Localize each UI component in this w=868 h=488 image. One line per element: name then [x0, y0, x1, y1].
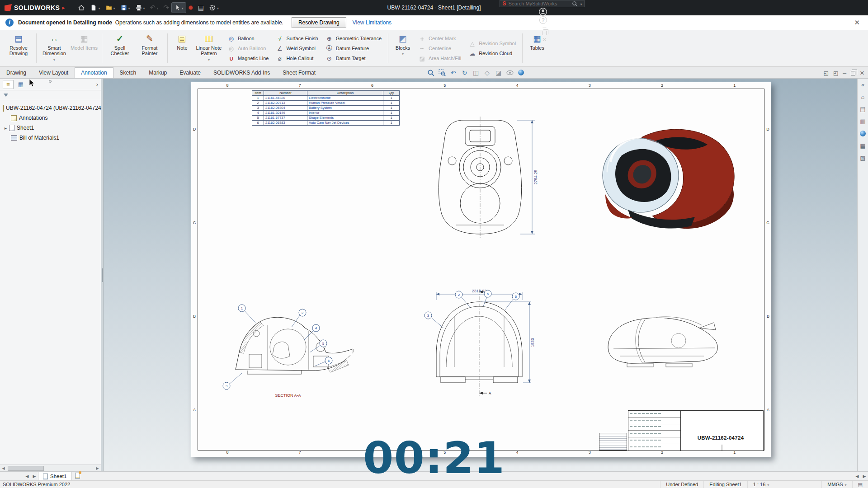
- ribbon-hole-callout-button[interactable]: Hole Callout: [274, 54, 320, 63]
- print-dropdown-icon[interactable]: [143, 5, 145, 11]
- bom-row[interactable]: 121161-46320Electrochrome1: [252, 96, 400, 101]
- options-button[interactable]: [207, 3, 221, 13]
- balloon-label[interactable]: 3: [427, 314, 429, 318]
- solidworks-resources-icon[interactable]: [859, 93, 867, 101]
- ribbon-weld-symbol-button[interactable]: Weld Symbol: [274, 44, 320, 53]
- ribbon-area-hatch-button[interactable]: Area Hatch/Fill: [416, 54, 463, 63]
- blocks-dropdown-icon[interactable]: [402, 51, 404, 56]
- balloon-label[interactable]: 2: [302, 311, 304, 315]
- new-document-button[interactable]: [88, 3, 102, 13]
- search-input[interactable]: [509, 1, 570, 6]
- dimension-front-view-height[interactable]: 1530: [530, 338, 535, 347]
- ribbon-blocks-button[interactable]: Blocks: [391, 32, 415, 65]
- print-button[interactable]: [133, 3, 147, 13]
- view-palette-icon[interactable]: [859, 129, 867, 137]
- balloon-label[interactable]: 1: [241, 306, 243, 310]
- banner-close-icon[interactable]: [851, 19, 863, 27]
- hide-show-items-icon[interactable]: [505, 68, 514, 77]
- tab-sketch[interactable]: Sketch: [113, 67, 143, 78]
- balloon-label[interactable]: 6: [328, 359, 330, 363]
- sheet1-tab[interactable]: Sheet1: [38, 472, 71, 480]
- doc-window-next-icon[interactable]: [833, 70, 838, 76]
- scroll-far-right-icon[interactable]: [861, 474, 868, 479]
- dimension-top-view-height[interactable]: 2754.25: [533, 170, 538, 185]
- tree-item-sheet1[interactable]: Sheet1: [0, 123, 101, 133]
- restore-button[interactable]: [534, 31, 554, 35]
- status-units[interactable]: MMGS: [821, 481, 852, 488]
- scale-dropdown-icon[interactable]: [767, 482, 769, 487]
- edit-appearance-icon[interactable]: [516, 68, 526, 77]
- balloon-label[interactable]: 5: [322, 342, 325, 346]
- ribbon-center-mark-button[interactable]: Center Mark: [416, 34, 463, 43]
- tree-item-bill-of-materials[interactable]: Bill of Materials1: [0, 133, 101, 143]
- drawing-view-section[interactable]: 1 2 4 5 6 3 SECTION A-A: [220, 302, 359, 399]
- ribbon-format-painter-button[interactable]: Format Painter: [135, 32, 165, 65]
- tree-root-item[interactable]: UBW-21162-04724 (UBW-21162-04724: [0, 103, 101, 113]
- panel-expand-icon[interactable]: [96, 81, 98, 88]
- bom-row[interactable]: 521161-67737Shape Elements1: [252, 116, 400, 121]
- feature-manager-tab[interactable]: [3, 80, 14, 89]
- ribbon-model-items-button[interactable]: Model Items: [69, 32, 99, 65]
- design-library-icon[interactable]: [859, 105, 867, 113]
- tab-annotation[interactable]: Annotation: [75, 67, 113, 78]
- custom-properties-icon[interactable]: [859, 154, 867, 162]
- ribbon-balloon-button[interactable]: Balloon: [225, 34, 271, 43]
- tab-view-layout[interactable]: View Layout: [33, 67, 75, 78]
- units-dropdown-icon[interactable]: [845, 482, 847, 487]
- view-orientation-icon[interactable]: [482, 68, 492, 77]
- balloon-label[interactable]: 4: [315, 326, 317, 330]
- scroll-right-icon[interactable]: [94, 465, 101, 471]
- undo-button[interactable]: [148, 2, 161, 13]
- drawing-view-side[interactable]: [602, 307, 726, 377]
- ribbon-revision-symbol-button[interactable]: Revision Symbol: [466, 39, 518, 48]
- add-sheet-button[interactable]: [75, 473, 80, 480]
- drawing-view-front[interactable]: A A 2314.23 1530: [420, 286, 538, 399]
- filter-icon[interactable]: [4, 94, 8, 97]
- panel-horizontal-scrollbar[interactable]: [0, 465, 101, 471]
- previous-view-icon[interactable]: [448, 68, 458, 77]
- scroll-thumb[interactable]: [8, 466, 44, 471]
- ribbon-smart-dimension-button[interactable]: Smart Dimension: [39, 32, 69, 65]
- title-block[interactable]: UBW-21162-04724: [628, 410, 764, 451]
- ribbon-surface-finish-button[interactable]: Surface Finish: [274, 34, 320, 43]
- open-dropdown-icon[interactable]: [113, 5, 115, 11]
- ribbon-linear-note-pattern-button[interactable]: Linear Note Pattern: [194, 32, 224, 65]
- resolve-drawing-banner-button[interactable]: Resolve Drawing: [292, 17, 346, 28]
- ribbon-revision-cloud-button[interactable]: Revision Cloud: [466, 49, 518, 58]
- search-icon[interactable]: [572, 1, 578, 7]
- section-view-label[interactable]: SECTION A-A: [275, 393, 301, 398]
- bill-of-materials-table[interactable]: Item Number Description Qty 121161-46320…: [252, 90, 400, 126]
- scroll-left-icon[interactable]: [0, 465, 7, 471]
- open-button[interactable]: [103, 3, 118, 13]
- ribbon-magnetic-line-button[interactable]: Magnetic Line: [225, 54, 271, 63]
- redo-button[interactable]: [161, 2, 171, 13]
- zoom-to-fit-icon[interactable]: [426, 68, 435, 77]
- task-pane-collapse-icon[interactable]: [859, 80, 867, 89]
- appearances-icon[interactable]: [859, 141, 867, 150]
- sheet-nav-left-icon[interactable]: [24, 474, 31, 479]
- tab-solidworks-add-ins[interactable]: SOLIDWORKS Add-Ins: [207, 67, 276, 78]
- graphics-area[interactable]: 8 7 6 5 4 3 2 1 8 7 6 5 4 3 2 1 D C B A …: [104, 79, 857, 471]
- bom-row[interactable]: 421161-30149Interior1: [252, 111, 400, 116]
- rotate-view-icon[interactable]: [460, 68, 469, 77]
- tab-sheet-format[interactable]: Sheet Format: [276, 67, 322, 78]
- ribbon-spell-checker-button[interactable]: Spell Checker: [105, 32, 135, 65]
- doc-restore-icon[interactable]: [851, 71, 855, 75]
- tab-drawing[interactable]: Drawing: [0, 67, 33, 78]
- select-tool-button[interactable]: [172, 3, 186, 13]
- close-button[interactable]: [534, 35, 554, 44]
- section-view-icon[interactable]: [471, 68, 481, 77]
- ribbon-geometric-tolerance-button[interactable]: Geometric Tolerance: [323, 34, 384, 43]
- drawing-sheet[interactable]: 8 7 6 5 4 3 2 1 8 7 6 5 4 3 2 1 D C B A …: [191, 82, 771, 457]
- status-sheet-scale[interactable]: 1 : 16: [747, 481, 775, 488]
- user-account-button[interactable]: [537, 7, 549, 16]
- tab-markup[interactable]: Markup: [142, 67, 173, 78]
- doc-minimize-icon[interactable]: [843, 70, 846, 76]
- file-properties-button[interactable]: [196, 3, 206, 13]
- view-limitations-link[interactable]: View Limitations: [353, 19, 392, 26]
- drawing-view-top[interactable]: 2754.25: [416, 115, 547, 240]
- bom-row[interactable]: 621162-05383Auto Cam Nav Jet Devices1: [252, 121, 400, 126]
- new-dropdown-icon[interactable]: [98, 5, 100, 11]
- tab-evaluate[interactable]: Evaluate: [173, 67, 207, 78]
- tree-item-annotations[interactable]: Annotations: [0, 113, 101, 123]
